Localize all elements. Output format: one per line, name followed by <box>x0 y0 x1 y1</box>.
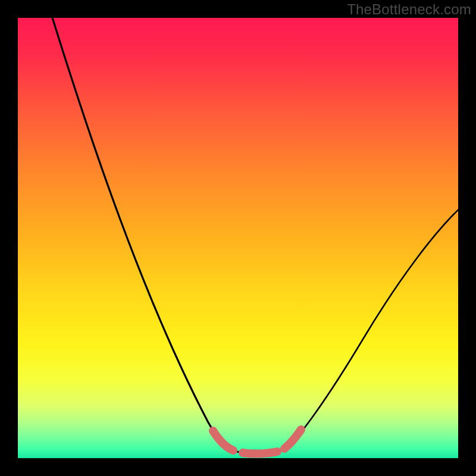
curve-layer <box>18 18 458 458</box>
chart-frame: TheBottleneck.com <box>0 0 476 476</box>
plot-area <box>18 18 458 458</box>
optimal-highlight-left <box>213 431 233 450</box>
optimal-highlight-right <box>284 430 301 449</box>
bottleneck-curve-right <box>284 207 458 450</box>
bottleneck-curve-left <box>51 18 232 451</box>
optimal-highlight-middle <box>243 452 277 454</box>
brand-watermark: TheBottleneck.com <box>347 1 471 18</box>
